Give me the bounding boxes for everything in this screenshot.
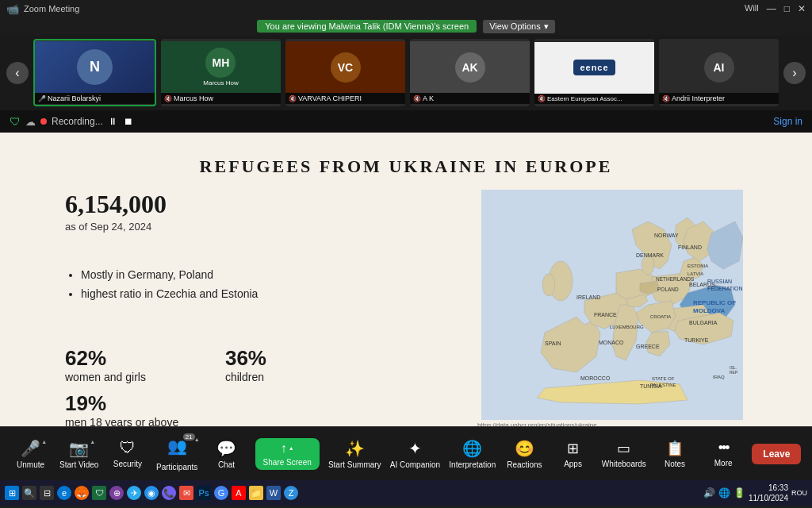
shield-icon[interactable]: 🛡: [92, 486, 106, 500]
participant-card-eence[interactable]: eence 🔇 Eastern European Assoc...: [534, 39, 654, 106]
svg-point-8: [642, 256, 654, 275]
stat-36-group: 36% children: [225, 346, 266, 383]
participant-card-marcus[interactable]: MH Marcus How 🔇 Marcus How: [161, 39, 281, 106]
svg-text:MONACO: MONACO: [599, 340, 624, 345]
taskbar: ⊞ 🔍 ⊟ e 🦊 🛡 ⊕ ✈ ◉ 📞 ✉ Ps G A 📁 W Z 🔊 🌐 🔋…: [0, 480, 812, 506]
unmute-button[interactable]: 🎤 ▲ Unmute: [11, 439, 51, 469]
svg-text:REP: REP: [730, 370, 738, 375]
network-icon[interactable]: 🌐: [718, 487, 730, 498]
tor-icon[interactable]: ⊕: [109, 486, 124, 500]
start-video-button[interactable]: 📷 ▲ Start Video: [59, 439, 99, 469]
share-icon: ↑: [281, 441, 287, 456]
europe-map: FINLAND ESTONIA LATVIA NORWAY DENMARK IR…: [481, 190, 743, 420]
recording-controls[interactable]: ⏸ ⏹: [108, 116, 133, 127]
viber-icon[interactable]: 📞: [162, 486, 176, 500]
task-view-button[interactable]: ⊟: [40, 486, 54, 500]
prev-participant-button[interactable]: ‹: [6, 62, 29, 84]
search-button[interactable]: 🔍: [22, 486, 36, 500]
interpretation-button[interactable]: 🌐 Interpretation: [449, 439, 496, 469]
time-display: 16:33 11/10/2024: [749, 483, 788, 503]
zoom-taskbar-icon[interactable]: Z: [284, 486, 298, 500]
minimize-button[interactable]: —: [767, 3, 776, 14]
security-button[interactable]: 🛡 Security: [108, 439, 147, 468]
svg-text:DENMARK: DENMARK: [636, 252, 664, 258]
notes-button[interactable]: 📋 Notes: [655, 440, 695, 468]
next-participant-button[interactable]: ›: [783, 62, 806, 84]
slide-title: REFUGEES FROM UKRAINE IN EUROPE: [65, 156, 747, 177]
stop-recording-button[interactable]: ⏹: [124, 116, 133, 127]
chrome-icon[interactable]: G: [214, 486, 228, 500]
participant-name-bar-marcus: 🔇 Marcus How: [161, 93, 281, 104]
apps-button[interactable]: ⊞ Apps: [553, 440, 593, 468]
svg-text:SPAIN: SPAIN: [545, 341, 561, 346]
notes-icon: 📋: [666, 440, 684, 457]
view-options-button[interactable]: View Options ▾: [483, 20, 555, 33]
chat-button[interactable]: 💬 Chat: [206, 439, 246, 469]
slide-left: 6,154,000 as of Sep 24, 2024 Mostly in G…: [65, 190, 462, 426]
participant-card-andrii[interactable]: AI 🔇 Andrii Interpreter: [659, 39, 779, 106]
stat-36-pct: 36%: [225, 346, 266, 371]
svg-text:NETHERLANDS: NETHERLANDS: [656, 276, 695, 282]
whiteboards-button[interactable]: ▭ Whiteboards: [602, 440, 646, 468]
svg-text:CROATIA: CROATIA: [650, 314, 671, 319]
share-screen-button[interactable]: ↑ ▲ Share Screen: [255, 438, 320, 470]
mic-muted-icon-varvara: 🔇: [289, 95, 297, 102]
participant-card-nazarii[interactable]: N 🎤 Nazarii Bolarskyi: [33, 39, 156, 106]
email-icon[interactable]: ✉: [179, 486, 193, 500]
recording-bar: 🛡 ☁ Recording... ⏸ ⏹ Sign in: [0, 110, 812, 133]
battery-icon[interactable]: 🔋: [733, 487, 745, 498]
svg-text:POLAND: POLAND: [657, 287, 679, 292]
firefox-icon[interactable]: 🦊: [75, 486, 89, 500]
app-title: Zoom Meeting: [24, 4, 79, 13]
notification-bar: You are viewing Malwina Talik (IDM Vienn…: [0, 17, 812, 35]
edge-icon[interactable]: e: [57, 486, 71, 500]
leave-button[interactable]: Leave: [752, 444, 801, 464]
windows-start-button[interactable]: ⊞: [5, 486, 19, 500]
whiteboard-icon: ▭: [617, 440, 630, 457]
ai-companion-button[interactable]: ✦ AI Companion: [390, 439, 440, 469]
participant-name-bar-ak: 🔇 A K: [410, 93, 530, 104]
svg-text:REPUBLIC OF: REPUBLIC OF: [693, 299, 736, 306]
mic-muted-icon-ak: 🔇: [413, 95, 421, 102]
telegram-icon[interactable]: ✈: [127, 486, 141, 500]
acrobat-icon[interactable]: A: [232, 486, 246, 500]
will-button[interactable]: Will: [745, 3, 759, 14]
word-icon[interactable]: W: [266, 486, 281, 500]
stats-row1: 62% women and girls 36% children: [65, 346, 462, 383]
participant-name-bar-varvara: 🔇 VARVARA CHIPERI: [285, 93, 405, 104]
big-number-section: 6,154,000 as of Sep 24, 2024: [65, 190, 462, 233]
ps-icon[interactable]: Ps: [197, 486, 211, 500]
participant-card-varvara[interactable]: VC 🔇 VARVARA CHIPERI: [285, 39, 405, 106]
reactions-button[interactable]: 😊 Reactions: [504, 439, 544, 469]
map-credit: https://data.unhcr.org/en/situations/ukr…: [477, 421, 747, 426]
start-summary-button[interactable]: ✨ Start Summary: [328, 439, 381, 469]
title-bar: 📹 Zoom Meeting Will — □ ✕: [0, 0, 812, 17]
title-bar-left: 📹 Zoom Meeting: [6, 3, 79, 15]
signal-icon[interactable]: ◉: [144, 486, 159, 500]
pause-recording-button[interactable]: ⏸: [108, 116, 117, 127]
more-button[interactable]: ••• More: [703, 440, 743, 468]
taskbar-left: ⊞ 🔍 ⊟ e 🦊 🛡 ⊕ ✈ ◉ 📞 ✉ Ps G A 📁 W Z: [5, 486, 298, 500]
stat-19-label: men 18 years or above: [65, 416, 462, 426]
svg-text:FRANCE: FRANCE: [594, 312, 617, 318]
security-shield-icon: 🛡: [10, 115, 21, 128]
folder-icon[interactable]: 📁: [249, 486, 263, 500]
svg-text:NORWAY: NORWAY: [654, 233, 679, 238]
summary-icon: ✨: [345, 439, 365, 458]
svg-point-4: [542, 274, 555, 296]
notification-text: You are viewing Malwina Talik (IDM Vienn…: [257, 20, 477, 33]
stats-section: 62% women and girls 36% children 19% men…: [65, 346, 462, 426]
svg-text:BELARUS: BELARUS: [689, 282, 715, 287]
sign-in-button[interactable]: Sign in: [773, 116, 802, 127]
mic-off-icon: 🎤: [21, 439, 40, 458]
svg-text:ESTONIA: ESTONIA: [688, 264, 708, 268]
slide-inner: REFUGEES FROM UKRAINE IN EUROPE 6,154,00…: [49, 148, 763, 410]
emoji-icon: 😊: [515, 439, 534, 458]
participants-button[interactable]: 👥 21 ▲ Participants: [156, 437, 197, 471]
speaker-icon[interactable]: 🔊: [703, 487, 715, 498]
participant-card-ak[interactable]: AK 🔇 A K: [410, 39, 530, 106]
close-button[interactable]: ✕: [798, 3, 806, 14]
svg-text:PALESTINE: PALESTINE: [650, 383, 676, 387]
big-number: 6,154,000: [65, 190, 462, 219]
maximize-button[interactable]: □: [784, 3, 790, 14]
